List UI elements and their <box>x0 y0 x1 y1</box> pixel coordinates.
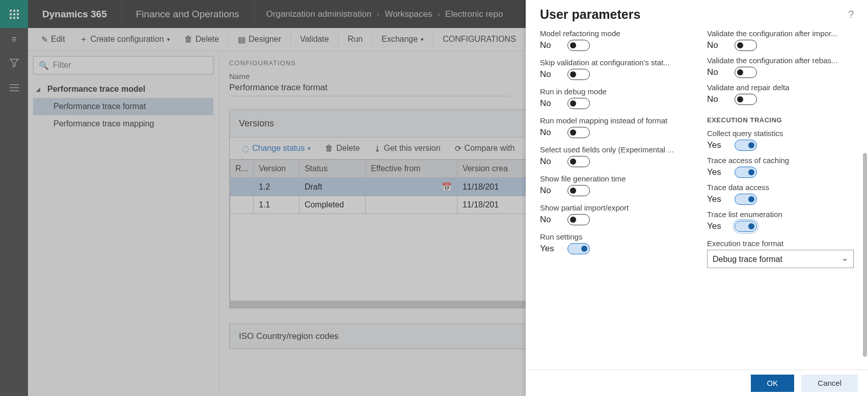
param-label: Model refactoring mode <box>540 29 687 38</box>
compare-button[interactable]: ⟳Compare with <box>448 137 522 160</box>
get-version-button[interactable]: ⤓Get this version <box>367 137 447 160</box>
help-icon[interactable]: ? <box>848 9 854 20</box>
toggle[interactable] <box>735 221 757 232</box>
panel-header: User parameters ? <box>526 0 868 24</box>
toggle[interactable] <box>735 167 757 178</box>
cancel-button[interactable]: Cancel <box>801 375 858 392</box>
param-label: Trace data access <box>707 183 854 192</box>
param: Show partial import/exportNo <box>540 203 687 225</box>
breadcrumb-item[interactable]: Workspaces <box>385 9 432 19</box>
toggle[interactable] <box>567 214 590 225</box>
param-label: Validate and repair delta <box>707 83 854 92</box>
create-config-button[interactable]: ＋Create configuration▾ <box>72 28 177 51</box>
param: Run in debug modeNo <box>540 87 687 109</box>
cell <box>230 196 254 214</box>
toggle[interactable] <box>567 69 590 80</box>
param-value: No <box>707 67 721 77</box>
cell: 1.1 <box>253 196 299 214</box>
svg-rect-4 <box>13 13 15 15</box>
cell: Completed <box>299 196 365 214</box>
subbrand-label: Finance and Operations <box>121 0 254 28</box>
trace-format-select[interactable]: Debug trace format <box>707 250 854 268</box>
list-icon[interactable] <box>10 83 19 94</box>
tree-item-selected[interactable]: Performance trace format <box>33 98 213 115</box>
designer-icon: ▤ <box>238 35 246 44</box>
field-value[interactable]: Performance trace format <box>229 83 510 96</box>
trash-icon: 🗑 <box>325 144 333 153</box>
breadcrumb-item[interactable]: Electronic repo <box>445 9 503 19</box>
param: Skip validation at configuration's stat.… <box>540 58 687 80</box>
param-label: Trace access of caching <box>707 156 854 165</box>
grid-col[interactable]: R... <box>230 160 254 178</box>
svg-rect-7 <box>13 17 15 19</box>
left-rail: ≡ <box>0 28 28 396</box>
param-label: Skip validation at configuration's stat.… <box>540 58 687 67</box>
tree-pane: 🔍 ◢Performance trace model Performance t… <box>28 51 219 396</box>
exchange-button[interactable]: Exchange▾ <box>374 28 431 51</box>
param-label: Show partial import/export <box>540 203 687 212</box>
toggle[interactable] <box>735 194 757 205</box>
svg-rect-8 <box>17 17 19 19</box>
chevron-down-icon: ▾ <box>308 145 311 152</box>
tree-root[interactable]: ◢Performance trace model <box>33 81 213 98</box>
edit-button[interactable]: ✎Edit <box>34 28 72 51</box>
waffle-icon[interactable] <box>0 0 28 28</box>
panel-left-column: Model refactoring modeNoSkip validation … <box>540 29 687 363</box>
toggle[interactable] <box>735 94 757 105</box>
svg-rect-6 <box>10 17 12 19</box>
param-value: No <box>540 215 554 225</box>
toggle[interactable] <box>567 156 590 167</box>
field-name: Name Performance trace format <box>229 72 510 96</box>
designer-button[interactable]: ▤Designer <box>231 28 288 51</box>
param-trace-format: Execution trace format Debug trace forma… <box>707 239 854 268</box>
run-button[interactable]: Run <box>341 28 370 51</box>
toggle[interactable] <box>567 40 590 51</box>
toggle[interactable] <box>735 67 757 78</box>
param-value: Yes <box>707 194 721 204</box>
param-value: Yes <box>540 244 554 254</box>
toggle[interactable] <box>567 98 590 109</box>
grid-col[interactable]: Effective from <box>365 160 457 178</box>
version-delete-button[interactable]: 🗑Delete <box>318 137 367 160</box>
grid-col[interactable]: Status <box>299 160 365 178</box>
hamburger-icon[interactable]: ≡ <box>11 34 17 45</box>
filter-input[interactable] <box>53 61 208 70</box>
grid-col[interactable]: Version <box>253 160 299 178</box>
panel-title: User parameters <box>540 7 640 22</box>
user-parameters-panel: User parameters ? Model refactoring mode… <box>526 0 868 396</box>
separator <box>433 32 433 46</box>
filter-box[interactable]: 🔍 <box>33 56 213 74</box>
toggle[interactable] <box>735 40 757 51</box>
separator <box>290 32 291 46</box>
toggle[interactable] <box>567 127 590 138</box>
toggle[interactable] <box>735 140 757 151</box>
brand-label: Dynamics 365 <box>28 0 121 28</box>
param-label: Trace list enumeration <box>707 210 854 219</box>
chevron-right-icon: › <box>377 9 380 19</box>
param: Trace access of cachingYes <box>707 156 854 178</box>
calendar-icon: 📅 <box>442 182 452 191</box>
search-icon: 🔍 <box>39 61 49 70</box>
breadcrumb-item[interactable]: Organization administration <box>266 9 372 19</box>
vertical-scrollbar[interactable] <box>863 153 867 357</box>
param: Collect query statisticsYes <box>707 129 854 151</box>
param-label: Validate the configuration after impor..… <box>707 29 854 38</box>
toggle[interactable] <box>567 243 590 254</box>
tree-item[interactable]: Performance trace mapping <box>33 115 213 133</box>
param-value: No <box>540 186 554 196</box>
cell: Draft <box>299 178 365 196</box>
param: Trace list enumerationYes <box>707 210 854 232</box>
ok-button[interactable]: OK <box>751 375 795 392</box>
svg-rect-1 <box>13 10 15 12</box>
filter-icon[interactable] <box>10 58 19 70</box>
panel-footer: OK Cancel <box>526 369 868 396</box>
param-value: No <box>540 127 554 138</box>
validate-button[interactable]: Validate <box>293 28 336 51</box>
toggle[interactable] <box>567 185 590 196</box>
chevron-down-icon: ◢ <box>36 87 42 92</box>
cell <box>365 196 457 214</box>
change-status-button[interactable]: ◌Change status▾ <box>235 137 318 160</box>
delete-button[interactable]: 🗑Delete <box>177 28 226 51</box>
cell-calendar[interactable]: 📅 <box>365 178 457 196</box>
configurations-button[interactable]: CONFIGURATIONS <box>436 28 523 51</box>
